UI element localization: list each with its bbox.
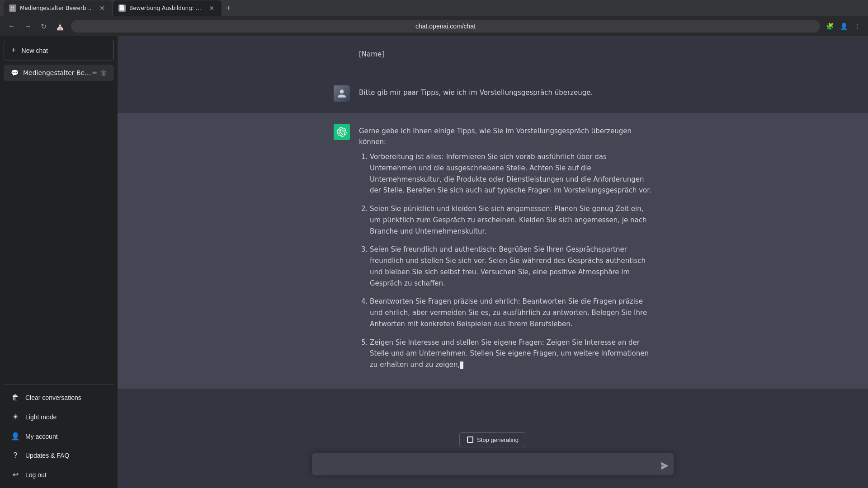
my-account-button[interactable]: 👤 My account [4, 427, 114, 446]
sidebar-spacer [4, 82, 114, 384]
sidebar: + New chat 💬 Mediengestalter Bewer ✏ 🗑 🗑… [0, 36, 118, 488]
sidebar-chat-item-1[interactable]: 💬 Mediengestalter Bewer ✏ 🗑 [4, 65, 114, 81]
tip-item-3: Seien Sie freundlich und authentisch: Be… [370, 244, 652, 289]
logout-button[interactable]: ↩ Log out [4, 465, 114, 484]
updates-faq-label: Updates & FAQ [25, 452, 69, 459]
chat-item-actions: ✏ 🗑 [92, 69, 107, 76]
scrolled-name-text: [Name] [359, 49, 652, 60]
assistant-message-content: Gerne gebe ich Ihnen einige Tipps, wie S… [359, 124, 652, 378]
browser-chrome: 🤖 Mediengestalter Bewerbung ✕ 📄 Bewerbun… [0, 0, 868, 36]
tip-item-1: Vorbereitung ist alles: Informieren Sie … [370, 151, 652, 196]
clear-conversations-button[interactable]: 🗑 Clear conversations [4, 388, 114, 407]
browser-addressbar: ← → ↻ ⛪ 🧩 👤 ⋮ [0, 16, 868, 36]
chat-input-wrapper [312, 453, 674, 478]
user-avatar-img [334, 85, 350, 102]
help-icon: ? [11, 451, 20, 460]
extensions-icon[interactable]: 🧩 [824, 21, 836, 32]
browser-tabs: 🤖 Mediengestalter Bewerbung ✕ 📄 Bewerbun… [0, 0, 868, 16]
my-account-label: My account [25, 433, 58, 440]
stop-icon [467, 436, 473, 443]
profile-icon[interactable]: 👤 [838, 21, 850, 32]
chat-input[interactable] [312, 453, 674, 476]
reload-button[interactable]: ↻ [38, 20, 49, 33]
assistant-intro-text: Gerne gebe ich Ihnen einige Tipps, wie S… [359, 126, 652, 148]
browser-tab-2[interactable]: 📄 Bewerbung Ausbildung: Design-... ✕ [113, 0, 222, 16]
chat-messages: [Name] Bitte gib mir paar Tipps [118, 36, 868, 488]
tab-close-1[interactable]: ✕ [98, 4, 107, 13]
address-bar[interactable] [71, 20, 820, 33]
delete-chat-icon[interactable]: 🗑 [100, 69, 107, 76]
chat-input-area: Stop generating [118, 425, 868, 488]
stop-btn-wrap: Stop generating [128, 432, 857, 447]
new-chat-label: New chat [22, 47, 48, 54]
back-button[interactable]: ← [5, 20, 18, 32]
gpt-avatar [334, 124, 350, 140]
tab-favicon-1: 🤖 [9, 5, 16, 12]
forward-button[interactable]: → [22, 20, 34, 32]
assistant-message: Gerne gebe ich Ihnen einige Tipps, wie S… [118, 113, 868, 389]
tab-close-2[interactable]: ✕ [207, 4, 216, 13]
user-avatar [334, 85, 350, 102]
menu-icon[interactable]: ⋮ [852, 21, 863, 32]
scrolled-inner: [Name] [312, 47, 674, 64]
updates-faq-button[interactable]: ? Updates & FAQ [4, 446, 114, 465]
tip-item-2: Seien Sie pünktlich und kleiden Sie sich… [370, 203, 652, 237]
empty-avatar [334, 47, 350, 64]
logout-icon: ↩ [11, 470, 20, 479]
assistant-message-inner: Gerne gebe ich Ihnen einige Tipps, wie S… [312, 124, 674, 378]
user-message: Bitte gib mir paar Tipps, wie ich im Vor… [118, 75, 868, 113]
tips-list: Vorbereitung ist alles: Informieren Sie … [359, 151, 652, 371]
send-button[interactable] [661, 462, 668, 472]
sun-icon: ☀ [11, 413, 20, 421]
clear-conversations-label: Clear conversations [25, 394, 81, 401]
browser-tab-1[interactable]: 🤖 Mediengestalter Bewerbung ✕ [4, 0, 112, 16]
stop-generating-label: Stop generating [477, 436, 519, 443]
user-message-text: Bitte gib mir paar Tipps, wie ich im Vor… [359, 87, 652, 99]
logout-label: Log out [25, 471, 47, 479]
stop-generating-button[interactable]: Stop generating [459, 432, 526, 447]
scrolled-name-message: [Name] [118, 36, 868, 75]
user-message-inner: Bitte gib mir paar Tipps, wie ich im Vor… [312, 85, 674, 102]
chat-item-left: 💬 Mediengestalter Bewer [11, 69, 92, 76]
edit-chat-icon[interactable]: ✏ [92, 69, 98, 76]
user-message-content: Bitte gib mir paar Tipps, wie ich im Vor… [359, 85, 652, 102]
tip5-text: Zeigen Sie Interesse und stellen Sie eig… [370, 338, 649, 369]
chat-item-title-1: Mediengestalter Bewer [23, 69, 92, 76]
new-tab-button[interactable]: + [222, 2, 235, 15]
browser-icons: 🧩 👤 ⋮ [824, 21, 863, 32]
tip-item-4: Beantworten Sie Fragen präzise und ehrli… [370, 296, 652, 329]
tip-item-5: Zeigen Sie Interesse und stellen Sie eig… [370, 337, 652, 371]
plus-icon: + [11, 46, 16, 55]
light-mode-label: Light mode [25, 413, 57, 421]
chat-icon: 💬 [11, 69, 19, 76]
light-mode-button[interactable]: ☀ Light mode [4, 407, 114, 427]
sidebar-bottom: 🗑 Clear conversations ☀ Light mode 👤 My … [4, 384, 114, 484]
scrolled-name-content: [Name] [359, 47, 652, 64]
tab-favicon-2: 📄 [118, 5, 126, 12]
account-icon: 👤 [11, 432, 20, 441]
main-content: [Name] Bitte gib mir paar Tipps [118, 36, 868, 488]
home-button[interactable]: ⛪ [53, 20, 67, 33]
new-chat-button[interactable]: + New chat [4, 40, 114, 61]
app-container: + New chat 💬 Mediengestalter Bewer ✏ 🗑 🗑… [0, 36, 868, 488]
tab-title-1: Mediengestalter Bewerbung [20, 5, 94, 11]
tab-title-2: Bewerbung Ausbildung: Design-... [129, 5, 203, 11]
clear-icon: 🗑 [11, 394, 20, 402]
cursor-block [460, 361, 463, 369]
